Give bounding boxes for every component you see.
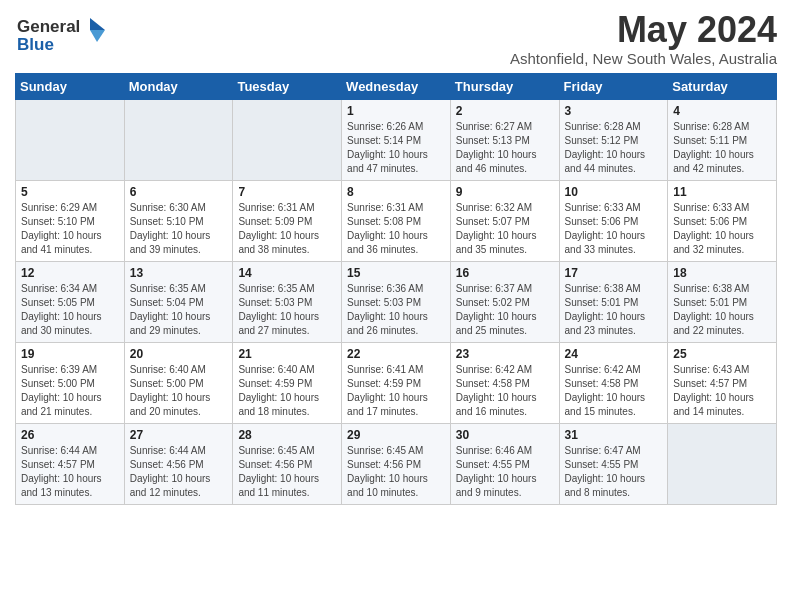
day-cell: 12Sunrise: 6:34 AM Sunset: 5:05 PM Dayli… — [16, 261, 125, 342]
day-cell: 28Sunrise: 6:45 AM Sunset: 4:56 PM Dayli… — [233, 423, 342, 504]
day-info: Sunrise: 6:44 AM Sunset: 4:56 PM Dayligh… — [130, 444, 228, 500]
day-cell: 8Sunrise: 6:31 AM Sunset: 5:08 PM Daylig… — [342, 180, 451, 261]
header-friday: Friday — [559, 73, 668, 99]
day-cell: 5Sunrise: 6:29 AM Sunset: 5:10 PM Daylig… — [16, 180, 125, 261]
day-info: Sunrise: 6:29 AM Sunset: 5:10 PM Dayligh… — [21, 201, 119, 257]
day-cell: 20Sunrise: 6:40 AM Sunset: 5:00 PM Dayli… — [124, 342, 233, 423]
day-cell — [233, 99, 342, 180]
week-row-3: 19Sunrise: 6:39 AM Sunset: 5:00 PM Dayli… — [16, 342, 777, 423]
day-cell: 1Sunrise: 6:26 AM Sunset: 5:14 PM Daylig… — [342, 99, 451, 180]
page: General Blue May 2024 Ashtonfield, New S… — [0, 0, 792, 515]
week-row-0: 1Sunrise: 6:26 AM Sunset: 5:14 PM Daylig… — [16, 99, 777, 180]
day-number: 15 — [347, 266, 445, 280]
day-cell: 27Sunrise: 6:44 AM Sunset: 4:56 PM Dayli… — [124, 423, 233, 504]
day-cell: 13Sunrise: 6:35 AM Sunset: 5:04 PM Dayli… — [124, 261, 233, 342]
day-number: 27 — [130, 428, 228, 442]
week-row-4: 26Sunrise: 6:44 AM Sunset: 4:57 PM Dayli… — [16, 423, 777, 504]
day-info: Sunrise: 6:34 AM Sunset: 5:05 PM Dayligh… — [21, 282, 119, 338]
day-info: Sunrise: 6:28 AM Sunset: 5:11 PM Dayligh… — [673, 120, 771, 176]
svg-marker-2 — [90, 18, 105, 30]
day-cell: 21Sunrise: 6:40 AM Sunset: 4:59 PM Dayli… — [233, 342, 342, 423]
day-info: Sunrise: 6:33 AM Sunset: 5:06 PM Dayligh… — [565, 201, 663, 257]
header-saturday: Saturday — [668, 73, 777, 99]
day-cell: 7Sunrise: 6:31 AM Sunset: 5:09 PM Daylig… — [233, 180, 342, 261]
title-block: May 2024 Ashtonfield, New South Wales, A… — [510, 10, 777, 67]
day-info: Sunrise: 6:38 AM Sunset: 5:01 PM Dayligh… — [673, 282, 771, 338]
day-cell: 31Sunrise: 6:47 AM Sunset: 4:55 PM Dayli… — [559, 423, 668, 504]
day-cell: 9Sunrise: 6:32 AM Sunset: 5:07 PM Daylig… — [450, 180, 559, 261]
days-header-row: Sunday Monday Tuesday Wednesday Thursday… — [16, 73, 777, 99]
logo: General Blue — [15, 10, 105, 62]
day-info: Sunrise: 6:46 AM Sunset: 4:55 PM Dayligh… — [456, 444, 554, 500]
day-number: 19 — [21, 347, 119, 361]
day-number: 16 — [456, 266, 554, 280]
day-number: 28 — [238, 428, 336, 442]
day-cell: 26Sunrise: 6:44 AM Sunset: 4:57 PM Dayli… — [16, 423, 125, 504]
day-number: 21 — [238, 347, 336, 361]
day-info: Sunrise: 6:47 AM Sunset: 4:55 PM Dayligh… — [565, 444, 663, 500]
month-year-title: May 2024 — [510, 10, 777, 50]
header: General Blue May 2024 Ashtonfield, New S… — [15, 10, 777, 67]
day-cell: 15Sunrise: 6:36 AM Sunset: 5:03 PM Dayli… — [342, 261, 451, 342]
day-info: Sunrise: 6:39 AM Sunset: 5:00 PM Dayligh… — [21, 363, 119, 419]
day-cell: 4Sunrise: 6:28 AM Sunset: 5:11 PM Daylig… — [668, 99, 777, 180]
day-cell: 24Sunrise: 6:42 AM Sunset: 4:58 PM Dayli… — [559, 342, 668, 423]
svg-marker-3 — [90, 30, 105, 42]
day-number: 26 — [21, 428, 119, 442]
location-subtitle: Ashtonfield, New South Wales, Australia — [510, 50, 777, 67]
day-info: Sunrise: 6:35 AM Sunset: 5:04 PM Dayligh… — [130, 282, 228, 338]
day-info: Sunrise: 6:41 AM Sunset: 4:59 PM Dayligh… — [347, 363, 445, 419]
day-cell: 19Sunrise: 6:39 AM Sunset: 5:00 PM Dayli… — [16, 342, 125, 423]
header-monday: Monday — [124, 73, 233, 99]
day-info: Sunrise: 6:45 AM Sunset: 4:56 PM Dayligh… — [238, 444, 336, 500]
day-number: 13 — [130, 266, 228, 280]
day-number: 24 — [565, 347, 663, 361]
day-cell: 16Sunrise: 6:37 AM Sunset: 5:02 PM Dayli… — [450, 261, 559, 342]
day-info: Sunrise: 6:32 AM Sunset: 5:07 PM Dayligh… — [456, 201, 554, 257]
day-number: 10 — [565, 185, 663, 199]
day-info: Sunrise: 6:42 AM Sunset: 4:58 PM Dayligh… — [565, 363, 663, 419]
day-info: Sunrise: 6:45 AM Sunset: 4:56 PM Dayligh… — [347, 444, 445, 500]
day-cell — [668, 423, 777, 504]
day-number: 8 — [347, 185, 445, 199]
svg-text:Blue: Blue — [17, 35, 54, 54]
day-cell — [124, 99, 233, 180]
day-info: Sunrise: 6:44 AM Sunset: 4:57 PM Dayligh… — [21, 444, 119, 500]
day-info: Sunrise: 6:38 AM Sunset: 5:01 PM Dayligh… — [565, 282, 663, 338]
header-thursday: Thursday — [450, 73, 559, 99]
calendar-table: Sunday Monday Tuesday Wednesday Thursday… — [15, 73, 777, 505]
day-cell: 14Sunrise: 6:35 AM Sunset: 5:03 PM Dayli… — [233, 261, 342, 342]
day-cell: 29Sunrise: 6:45 AM Sunset: 4:56 PM Dayli… — [342, 423, 451, 504]
day-cell: 11Sunrise: 6:33 AM Sunset: 5:06 PM Dayli… — [668, 180, 777, 261]
day-number: 14 — [238, 266, 336, 280]
week-row-2: 12Sunrise: 6:34 AM Sunset: 5:05 PM Dayli… — [16, 261, 777, 342]
day-info: Sunrise: 6:37 AM Sunset: 5:02 PM Dayligh… — [456, 282, 554, 338]
day-info: Sunrise: 6:31 AM Sunset: 5:08 PM Dayligh… — [347, 201, 445, 257]
day-number: 9 — [456, 185, 554, 199]
day-info: Sunrise: 6:30 AM Sunset: 5:10 PM Dayligh… — [130, 201, 228, 257]
day-number: 1 — [347, 104, 445, 118]
day-info: Sunrise: 6:28 AM Sunset: 5:12 PM Dayligh… — [565, 120, 663, 176]
day-number: 20 — [130, 347, 228, 361]
header-sunday: Sunday — [16, 73, 125, 99]
day-number: 7 — [238, 185, 336, 199]
header-tuesday: Tuesday — [233, 73, 342, 99]
day-number: 30 — [456, 428, 554, 442]
day-info: Sunrise: 6:26 AM Sunset: 5:14 PM Dayligh… — [347, 120, 445, 176]
day-number: 4 — [673, 104, 771, 118]
day-info: Sunrise: 6:36 AM Sunset: 5:03 PM Dayligh… — [347, 282, 445, 338]
day-cell: 23Sunrise: 6:42 AM Sunset: 4:58 PM Dayli… — [450, 342, 559, 423]
day-number: 17 — [565, 266, 663, 280]
day-number: 5 — [21, 185, 119, 199]
day-cell: 22Sunrise: 6:41 AM Sunset: 4:59 PM Dayli… — [342, 342, 451, 423]
day-number: 25 — [673, 347, 771, 361]
day-cell: 10Sunrise: 6:33 AM Sunset: 5:06 PM Dayli… — [559, 180, 668, 261]
day-number: 3 — [565, 104, 663, 118]
day-info: Sunrise: 6:40 AM Sunset: 4:59 PM Dayligh… — [238, 363, 336, 419]
day-cell: 2Sunrise: 6:27 AM Sunset: 5:13 PM Daylig… — [450, 99, 559, 180]
day-number: 6 — [130, 185, 228, 199]
day-cell: 25Sunrise: 6:43 AM Sunset: 4:57 PM Dayli… — [668, 342, 777, 423]
day-number: 29 — [347, 428, 445, 442]
day-cell — [16, 99, 125, 180]
day-cell: 30Sunrise: 6:46 AM Sunset: 4:55 PM Dayli… — [450, 423, 559, 504]
